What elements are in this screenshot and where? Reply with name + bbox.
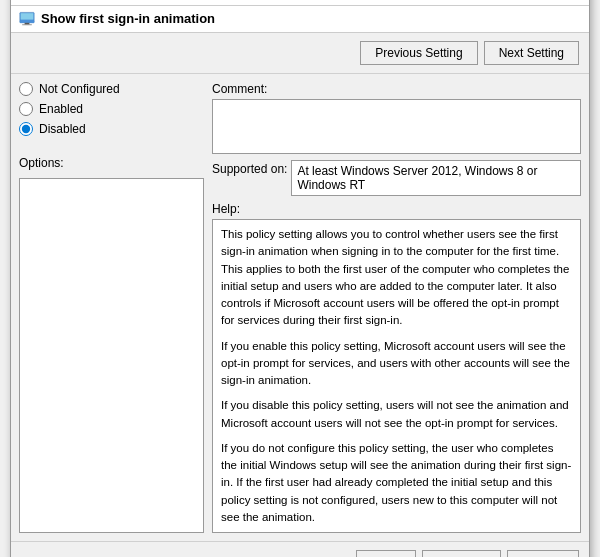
radio-enabled-label: Enabled [39, 102, 83, 116]
comment-input[interactable] [212, 99, 581, 154]
help-paragraph: If you do not configure this policy sett… [221, 440, 572, 526]
radio-enabled-input[interactable] [19, 102, 33, 116]
radio-not-configured-input[interactable] [19, 82, 33, 96]
subtitle-icon [19, 10, 35, 26]
supported-on-value: At least Windows Server 2012, Windows 8 … [291, 160, 581, 196]
radio-not-configured-label: Not Configured [39, 82, 120, 96]
supported-section: Supported on: At least Windows Server 20… [212, 160, 581, 196]
subtitle-text: Show first sign-in animation [41, 11, 215, 26]
supported-on-text: At least Windows Server 2012, Windows 8 … [297, 164, 537, 192]
help-text-box[interactable]: This policy setting allows you to contro… [212, 219, 581, 533]
left-panel: Not Configured Enabled Disabled Options: [19, 82, 204, 533]
subtitle-bar: Show first sign-in animation [11, 6, 589, 33]
supported-on-label: Supported on: [212, 160, 287, 176]
ok-button[interactable]: OK [356, 550, 415, 557]
comment-label: Comment: [212, 82, 581, 96]
comment-section: Comment: [212, 82, 581, 154]
previous-setting-button[interactable]: Previous Setting [360, 41, 477, 65]
dialog-window: Show first sign-in animation − □ ✕ Show … [10, 0, 590, 557]
main-content: Not Configured Enabled Disabled Options:… [11, 74, 589, 541]
next-setting-button[interactable]: Next Setting [484, 41, 579, 65]
help-paragraph: If you enable this policy setting, Micro… [221, 338, 572, 390]
options-label: Options: [19, 156, 204, 170]
help-paragraph: If you disable this policy setting, user… [221, 397, 572, 432]
toolbar: Previous Setting Next Setting [11, 33, 589, 74]
apply-button[interactable]: Apply [507, 550, 579, 557]
options-box [19, 178, 204, 533]
help-label: Help: [212, 202, 581, 216]
right-panel: Comment: Supported on: At least Windows … [204, 82, 581, 533]
svg-rect-6 [25, 23, 30, 25]
help-section: Help: This policy setting allows you to … [212, 202, 581, 533]
help-paragraph: This policy setting allows you to contro… [221, 226, 572, 330]
radio-not-configured[interactable]: Not Configured [19, 82, 204, 96]
svg-rect-7 [22, 24, 32, 25]
radio-enabled[interactable]: Enabled [19, 102, 204, 116]
radio-disabled-label: Disabled [39, 122, 86, 136]
cancel-button[interactable]: Cancel [422, 550, 501, 557]
svg-rect-5 [20, 21, 34, 23]
radio-disabled-input[interactable] [19, 122, 33, 136]
footer: OK Cancel Apply [11, 541, 589, 557]
radio-group: Not Configured Enabled Disabled [19, 82, 204, 136]
svg-rect-4 [21, 13, 34, 19]
radio-disabled[interactable]: Disabled [19, 122, 204, 136]
